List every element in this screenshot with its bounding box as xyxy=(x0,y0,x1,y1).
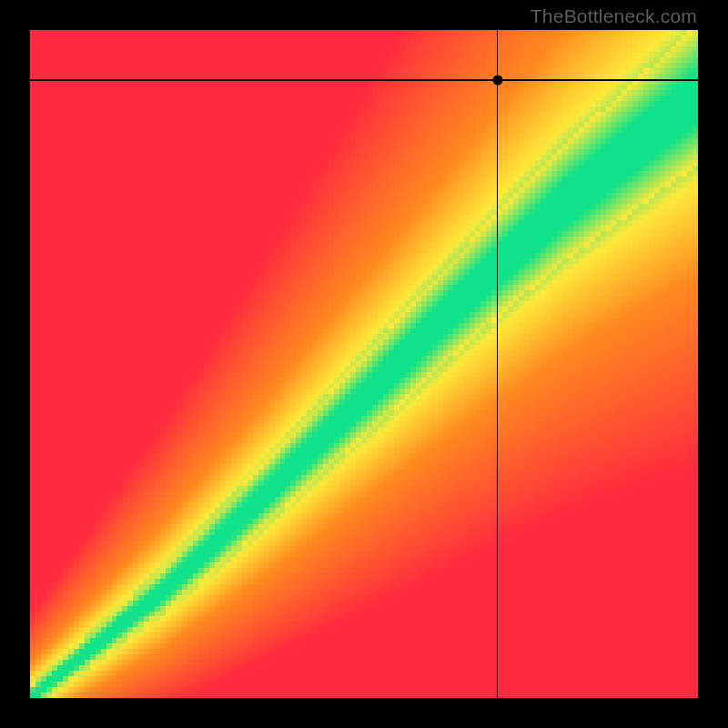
bottleneck-heatmap xyxy=(30,30,698,698)
marker-point xyxy=(492,76,502,86)
marker-crosshair-vertical xyxy=(497,30,498,698)
chart-container: TheBottleneck.com xyxy=(0,0,728,728)
marker-crosshair-horizontal xyxy=(30,79,698,80)
watermark-text: TheBottleneck.com xyxy=(531,5,697,27)
